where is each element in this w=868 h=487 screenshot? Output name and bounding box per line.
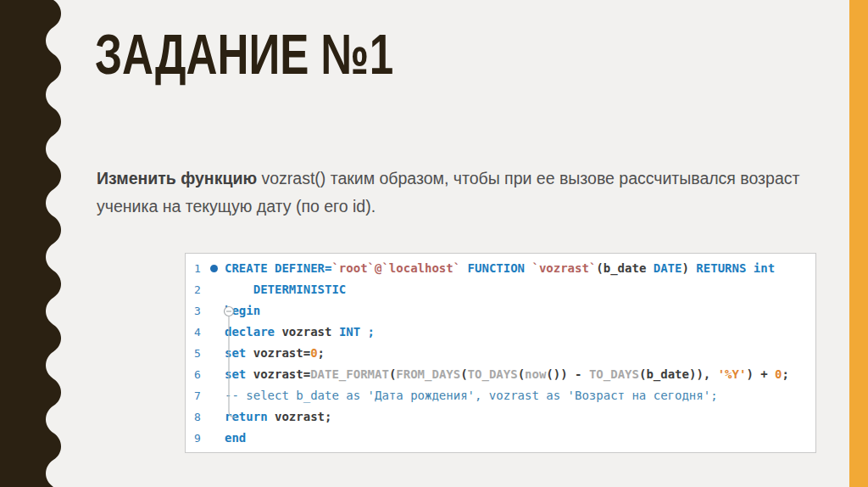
line-number: 8: [186, 406, 206, 428]
code-lines: 1CREATE DEFINER=`root`@`localhost` FUNCT…: [186, 258, 815, 449]
line-number: 4: [186, 322, 206, 343]
code-line-9: 9end: [186, 428, 815, 449]
code-line-3: 3begin: [186, 300, 815, 322]
line-number: 5: [186, 343, 206, 364]
left-wave-decoration: [0, 0, 68, 487]
statement-dot-icon: [210, 265, 218, 272]
code-line-1: 1CREATE DEFINER=`root`@`localhost` FUNCT…: [186, 258, 815, 279]
presentation-slide: ЗАДАНИЕ №1 Изменить функцию vozrast() та…: [0, 0, 868, 487]
line-number: 3: [186, 300, 206, 322]
line-number: 7: [186, 385, 206, 406]
code-text: DETERMINISTIC: [225, 279, 815, 300]
code-text: end: [225, 428, 815, 449]
gutter-spacer: [206, 343, 225, 364]
gutter-spacer: [206, 279, 225, 300]
task-description: Изменить функцию vozrast() таким образом…: [97, 165, 813, 221]
right-accent-bar: [849, 0, 868, 487]
statement-dot-icon: [206, 258, 225, 279]
page-title: ЗАДАНИЕ №1: [95, 22, 393, 87]
sql-code-editor: 1CREATE DEFINER=`root`@`localhost` FUNCT…: [185, 253, 816, 453]
fold-open-icon: [206, 300, 225, 322]
code-line-4: 4declare vozrast INT ;: [186, 322, 815, 343]
gutter-spacer: [206, 322, 225, 343]
code-text: declare vozrast INT ;: [225, 322, 815, 343]
code-line-2: 2 DETERMINISTIC: [186, 279, 815, 300]
fold-end-icon: [206, 406, 225, 428]
code-text: begin: [225, 300, 815, 322]
code-text: CREATE DEFINER=`root`@`localhost` FUNCTI…: [225, 258, 815, 279]
code-line-8: 8return vozrast;: [186, 406, 815, 428]
task-description-lead: Изменить функцию: [97, 169, 257, 188]
gutter-spacer: [206, 364, 225, 385]
code-line-7: 7-- select b_date as 'Дата рождения', vo…: [186, 385, 815, 406]
line-number: 6: [186, 364, 206, 385]
code-text: set vozrast=0;: [225, 343, 815, 364]
code-text: set vozrast=DATE_FORMAT(FROM_DAYS(TO_DAY…: [225, 364, 815, 385]
code-text: -- select b_date as 'Дата рождения', voz…: [225, 385, 815, 406]
line-number: 1: [186, 258, 206, 279]
line-number: 9: [186, 428, 206, 449]
code-line-5: 5set vozrast=0;: [186, 343, 815, 364]
gutter-spacer: [206, 428, 225, 449]
line-number: 2: [186, 279, 206, 300]
code-line-6: 6set vozrast=DATE_FORMAT(FROM_DAYS(TO_DA…: [186, 364, 815, 385]
gutter-spacer: [206, 385, 225, 406]
code-text: return vozrast;: [225, 406, 815, 428]
